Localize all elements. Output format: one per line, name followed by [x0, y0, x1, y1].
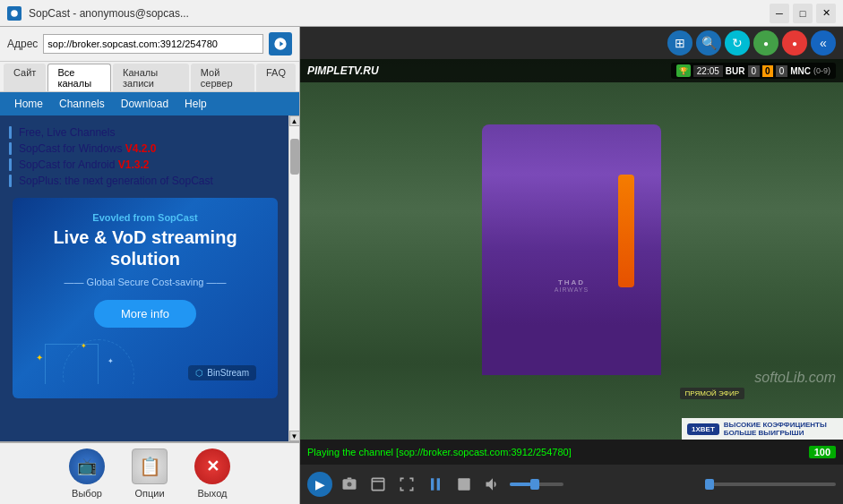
- menu-link-sopplus[interactable]: SopPlus: the next generation of SopCast: [19, 175, 213, 187]
- content-area: Free, Live Channels SopCast for Windows …: [0, 115, 299, 441]
- live-badge: ПРЯМОЙ ЭФИР: [680, 388, 744, 399]
- stop-icon: [455, 475, 473, 493]
- window-icon: [369, 475, 387, 493]
- ad-text: ВЫСОКИЕ КОЭФФИЦИЕНТЫ БОЛЬШЕ ВЫИГРЫШИ: [724, 421, 827, 437]
- fullscreen-icon: [398, 475, 416, 493]
- ad-logo: 1XBET: [687, 423, 719, 435]
- window-title: SopCast - anonymous@sopcas...: [29, 7, 770, 20]
- player-logo: ▶: [307, 472, 332, 497]
- score-separator: 0: [762, 65, 773, 77]
- volume-button[interactable]: [481, 473, 504, 496]
- svg-point-0: [11, 10, 18, 17]
- scroll-up-button[interactable]: ▲: [289, 115, 300, 126]
- maximize-button[interactable]: □: [793, 4, 813, 23]
- nav-help[interactable]: Help: [177, 95, 214, 113]
- menu-list: Free, Live Channels SopCast for Windows …: [9, 124, 281, 189]
- menu-link-free[interactable]: Free, Live Channels: [19, 126, 115, 139]
- nav-bar: Home Channels Download Help: [0, 92, 299, 115]
- toolbar-btn-5[interactable]: ●: [782, 30, 807, 56]
- choose-icon: 📺: [69, 448, 105, 484]
- window-controls: ─ □ ✕: [770, 4, 836, 23]
- toolbar-btn-4[interactable]: ●: [753, 30, 778, 56]
- tab-all-channels[interactable]: Все каналы: [47, 64, 111, 91]
- exit-button[interactable]: ✕ Выход: [194, 448, 230, 499]
- video-area: THAD AIRWAYS PIMPLETV.RU 🏆: [300, 59, 843, 440]
- volume-thumb[interactable]: [530, 479, 539, 490]
- scroll-thumb[interactable]: [290, 139, 299, 175]
- status-text: Playing the channel [sop://broker.sopcas…: [307, 447, 802, 457]
- choose-label: Выбор: [72, 488, 102, 499]
- binstream-label: BinStream: [207, 368, 249, 378]
- choose-button[interactable]: 📺 Выбор: [69, 448, 105, 499]
- video-toolbar: ⊞ 🔍 ↻ ● ● «: [300, 27, 843, 59]
- nav-download[interactable]: Download: [114, 95, 176, 113]
- close-button[interactable]: ✕: [816, 4, 836, 23]
- binstream-icon: ⬡: [195, 368, 203, 378]
- list-item[interactable]: SopPlus: the next generation of SopCast: [9, 173, 281, 189]
- volume-icon: [484, 475, 502, 493]
- window-button[interactable]: [366, 473, 390, 496]
- tab-myserver[interactable]: Мой сервер: [191, 64, 254, 91]
- toolbar-btn-2[interactable]: 🔍: [696, 30, 721, 56]
- tab-record[interactable]: Каналы записи: [113, 64, 189, 91]
- svg-point-3: [348, 483, 352, 487]
- minimize-button[interactable]: ─: [770, 4, 789, 23]
- options-button[interactable]: 📋 Опции: [132, 448, 168, 499]
- score-bar: 🏆 22:05 BUR 0 0 0 MNC (0-9): [671, 63, 836, 79]
- svg-rect-5: [458, 478, 469, 490]
- options-icon: 📋: [132, 448, 168, 484]
- menu-link-android[interactable]: SopCast for Android V1.3.2: [19, 158, 149, 171]
- list-item[interactable]: Free, Live Channels: [9, 124, 281, 141]
- banner-evolved-text: Evovled from SopCast: [27, 212, 263, 223]
- exit-icon: ✕: [194, 448, 230, 484]
- volume-bar[interactable]: [510, 483, 563, 486]
- toolbar-btn-3[interactable]: ↻: [725, 30, 750, 56]
- progress-bar[interactable]: [705, 483, 836, 486]
- address-input[interactable]: [43, 34, 263, 54]
- progress-thumb[interactable]: [705, 479, 714, 490]
- options-label: Опции: [134, 488, 164, 499]
- menu-text-android: SopCast for Android: [19, 158, 118, 171]
- stop-button[interactable]: [452, 473, 476, 496]
- status-value: 100: [809, 446, 836, 458]
- nav-channels[interactable]: Channels: [52, 95, 112, 113]
- fullscreen-button[interactable]: [395, 473, 418, 496]
- toolbar-btn-6[interactable]: «: [811, 30, 836, 56]
- ad-overlay: 1XBET ВЫСОКИЕ КОЭФФИЦИЕНТЫ БОЛЬШЕ ВЫИГРЫ…: [682, 418, 843, 440]
- menu-link-windows[interactable]: SopCast for Windows V4.2.0: [19, 142, 156, 155]
- evolved-prefix: Evovled from: [92, 212, 158, 223]
- play-pause-button[interactable]: [424, 473, 447, 496]
- team2-name: MNC: [790, 66, 811, 76]
- promo-banner: Evovled from SopCast Live & VoD streamin…: [13, 198, 278, 398]
- video-top-bar: PIMPLETV.RU 🏆 22:05 BUR 0 0 0: [300, 59, 843, 82]
- app-icon: [7, 6, 22, 21]
- competition-icon: 🏆: [676, 64, 691, 77]
- scroll-down-button[interactable]: ▼: [289, 431, 300, 441]
- address-label: Адрес: [7, 38, 38, 50]
- binstream-badge: ⬡ BinStream: [188, 365, 256, 380]
- ad-line1: ВЫСОКИЕ КОЭФФИЦИЕНТЫ: [724, 421, 827, 429]
- snapshot-button[interactable]: [338, 473, 361, 496]
- version-windows: V4.2.0: [125, 142, 157, 155]
- tab-site[interactable]: Сайт: [4, 64, 46, 91]
- right-panel: ⊞ 🔍 ↻ ● ● « THAD AIRWAYS: [300, 27, 843, 504]
- nav-home[interactable]: Home: [7, 95, 50, 113]
- menu-text-windows: SopCast for Windows: [19, 142, 125, 155]
- watermark: softoLib.com: [754, 370, 836, 386]
- go-button[interactable]: [269, 32, 292, 56]
- player-logo-icon: ▶: [315, 477, 325, 491]
- status-bar: Playing the channel [sop://broker.sopcas…: [300, 440, 843, 465]
- go-icon: [273, 37, 288, 51]
- toolbar-btn-1[interactable]: ⊞: [667, 30, 692, 56]
- list-item[interactable]: SopCast for Android V1.3.2: [9, 157, 281, 173]
- choose-icon-glyph: 📺: [77, 457, 97, 476]
- scrollbar[interactable]: ▲ ▼: [288, 115, 299, 441]
- score1: 0: [748, 65, 761, 77]
- more-info-button[interactable]: More info: [94, 300, 196, 328]
- address-bar: Адрес: [0, 27, 299, 62]
- list-item[interactable]: SopCast for Windows V4.2.0: [9, 141, 281, 157]
- tab-faq[interactable]: FAQ: [256, 64, 296, 91]
- left-panel: Адрес Сайт Все каналы Каналы записи Мой …: [0, 27, 300, 504]
- main-container: Адрес Сайт Все каналы Каналы записи Мой …: [0, 27, 843, 504]
- options-icon-glyph: 📋: [139, 456, 161, 477]
